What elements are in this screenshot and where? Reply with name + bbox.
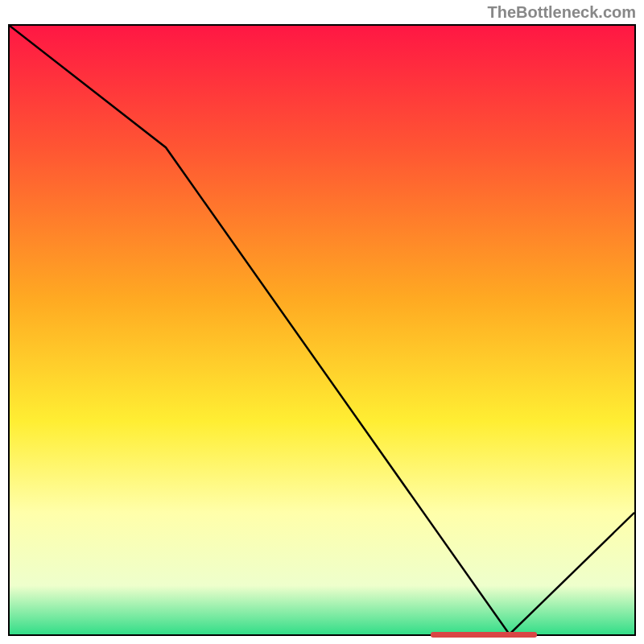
- chart-line: [10, 26, 634, 634]
- watermark-text: TheBottleneck.com: [488, 3, 636, 22]
- chart-container: [8, 24, 636, 636]
- optimal-range-marker: [431, 632, 538, 638]
